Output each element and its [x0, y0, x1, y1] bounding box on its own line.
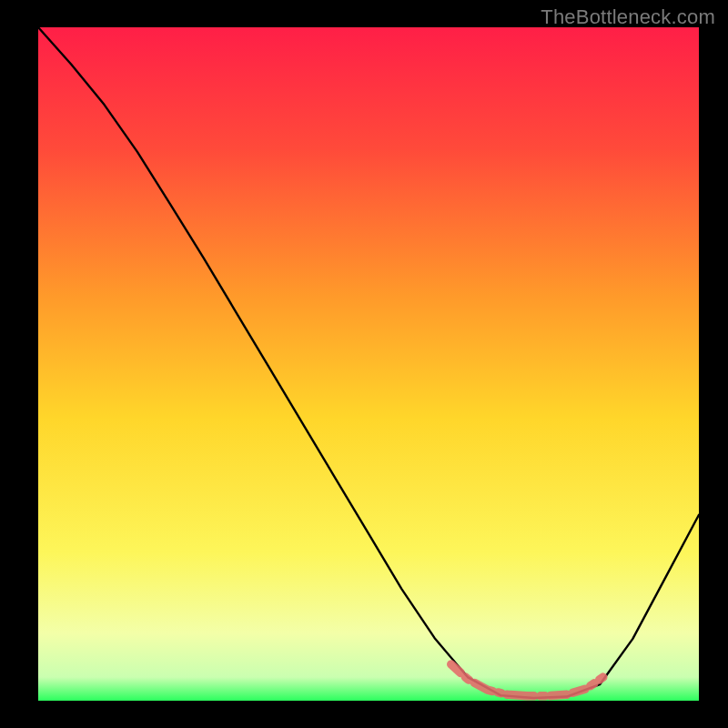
- gradient-background: [38, 27, 699, 701]
- chart-svg: [0, 0, 728, 728]
- watermark-text: TheBottleneck.com: [541, 5, 715, 29]
- chart-canvas: [0, 0, 728, 728]
